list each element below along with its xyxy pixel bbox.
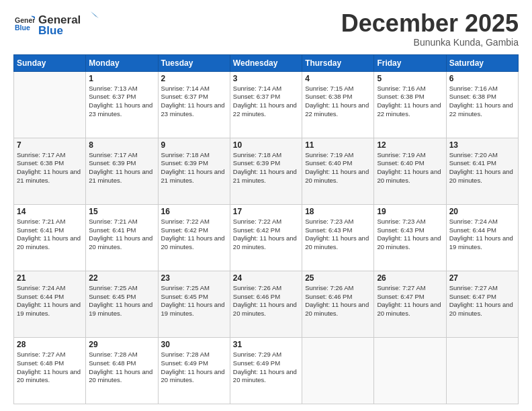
calendar-week-1: 1Sunrise: 7:13 AM Sunset: 6:37 PM Daylig…: [14, 71, 519, 138]
calendar-week-4: 21Sunrise: 7:24 AM Sunset: 6:44 PM Dayli…: [14, 271, 519, 337]
calendar-cell: 8Sunrise: 7:17 AM Sunset: 6:39 PM Daylig…: [86, 138, 158, 204]
day-number: 22: [89, 273, 154, 283]
svg-text:Blue: Blue: [38, 24, 63, 37]
day-number: 9: [161, 140, 227, 150]
calendar-cell: 6Sunrise: 7:16 AM Sunset: 6:38 PM Daylig…: [446, 71, 518, 138]
cell-info: Sunrise: 7:16 AM Sunset: 6:38 PM Dayligh…: [449, 85, 515, 119]
calendar-header-wednesday: Wednesday: [230, 54, 302, 71]
day-number: 21: [17, 273, 83, 283]
cell-info: Sunrise: 7:22 AM Sunset: 6:42 PM Dayligh…: [233, 218, 299, 252]
day-number: 20: [449, 207, 515, 216]
cell-info: Sunrise: 7:21 AM Sunset: 6:41 PM Dayligh…: [89, 218, 154, 252]
subtitle: Bununka Kunda, Gambia: [341, 37, 519, 48]
logo-icon: General Blue: [15, 13, 35, 34]
day-number: 25: [305, 273, 371, 283]
calendar-header-thursday: Thursday: [302, 54, 374, 71]
svg-text:Blue: Blue: [15, 24, 30, 32]
calendar-cell: 16Sunrise: 7:22 AM Sunset: 6:42 PM Dayli…: [158, 204, 230, 271]
day-number: 27: [449, 273, 515, 283]
day-number: 13: [449, 140, 515, 150]
cell-info: Sunrise: 7:14 AM Sunset: 6:37 PM Dayligh…: [161, 85, 227, 119]
cell-info: Sunrise: 7:15 AM Sunset: 6:38 PM Dayligh…: [305, 85, 371, 119]
calendar-cell: 23Sunrise: 7:25 AM Sunset: 6:45 PM Dayli…: [158, 271, 230, 337]
calendar-cell: 27Sunrise: 7:27 AM Sunset: 6:47 PM Dayli…: [446, 271, 518, 337]
cell-info: Sunrise: 7:16 AM Sunset: 6:38 PM Dayligh…: [377, 85, 443, 119]
day-number: 2: [161, 74, 227, 83]
calendar-header-monday: Monday: [86, 54, 158, 71]
calendar-cell: 21Sunrise: 7:24 AM Sunset: 6:44 PM Dayli…: [14, 271, 86, 337]
calendar-cell: 10Sunrise: 7:18 AM Sunset: 6:39 PM Dayli…: [230, 138, 302, 204]
calendar-cell: 26Sunrise: 7:27 AM Sunset: 6:47 PM Dayli…: [374, 271, 446, 337]
cell-info: Sunrise: 7:27 AM Sunset: 6:48 PM Dayligh…: [17, 351, 83, 385]
day-number: 30: [161, 340, 227, 349]
svg-marker-6: [93, 14, 99, 18]
cell-info: Sunrise: 7:23 AM Sunset: 6:43 PM Dayligh…: [377, 218, 443, 252]
calendar-header-tuesday: Tuesday: [158, 54, 230, 71]
cell-info: Sunrise: 7:14 AM Sunset: 6:37 PM Dayligh…: [233, 85, 299, 119]
cell-info: Sunrise: 7:19 AM Sunset: 6:40 PM Dayligh…: [305, 151, 371, 185]
calendar-header-friday: Friday: [374, 54, 446, 71]
calendar-cell: [374, 337, 446, 404]
day-number: 11: [305, 140, 371, 150]
page: General Blue General Blue December 2025 …: [0, 0, 532, 411]
svg-marker-5: [91, 11, 97, 17]
cell-info: Sunrise: 7:24 AM Sunset: 6:44 PM Dayligh…: [449, 218, 515, 252]
calendar-week-5: 28Sunrise: 7:27 AM Sunset: 6:48 PM Dayli…: [14, 337, 519, 404]
cell-info: Sunrise: 7:18 AM Sunset: 6:39 PM Dayligh…: [161, 151, 227, 185]
day-number: 31: [233, 340, 299, 349]
day-number: 29: [89, 340, 154, 349]
calendar-cell: 5Sunrise: 7:16 AM Sunset: 6:38 PM Daylig…: [374, 71, 446, 138]
calendar-cell: 14Sunrise: 7:21 AM Sunset: 6:41 PM Dayli…: [14, 204, 86, 271]
calendar-cell: 15Sunrise: 7:21 AM Sunset: 6:41 PM Dayli…: [86, 204, 158, 271]
calendar-cell: 24Sunrise: 7:26 AM Sunset: 6:46 PM Dayli…: [230, 271, 302, 337]
cell-info: Sunrise: 7:29 AM Sunset: 6:49 PM Dayligh…: [233, 351, 299, 385]
cell-info: Sunrise: 7:28 AM Sunset: 6:48 PM Dayligh…: [89, 351, 154, 385]
day-number: 24: [233, 273, 299, 283]
title-area: December 2025 Bununka Kunda, Gambia: [341, 10, 519, 48]
cell-info: Sunrise: 7:26 AM Sunset: 6:46 PM Dayligh…: [233, 284, 299, 318]
calendar-cell: [302, 337, 374, 404]
cell-info: Sunrise: 7:19 AM Sunset: 6:40 PM Dayligh…: [377, 151, 443, 185]
cell-info: Sunrise: 7:17 AM Sunset: 6:39 PM Dayligh…: [89, 151, 154, 185]
day-number: 12: [377, 140, 443, 150]
day-number: 8: [89, 140, 154, 150]
calendar-cell: 7Sunrise: 7:17 AM Sunset: 6:38 PM Daylig…: [14, 138, 86, 204]
calendar-cell: 3Sunrise: 7:14 AM Sunset: 6:37 PM Daylig…: [230, 71, 302, 138]
calendar-cell: 25Sunrise: 7:26 AM Sunset: 6:46 PM Dayli…: [302, 271, 374, 337]
calendar-cell: 1Sunrise: 7:13 AM Sunset: 6:37 PM Daylig…: [86, 71, 158, 138]
calendar-cell: [14, 71, 86, 138]
month-title: December 2025: [341, 10, 519, 37]
calendar-cell: 2Sunrise: 7:14 AM Sunset: 6:37 PM Daylig…: [158, 71, 230, 138]
cell-info: Sunrise: 7:25 AM Sunset: 6:45 PM Dayligh…: [89, 284, 154, 318]
calendar-header-sunday: Sunday: [14, 54, 86, 71]
cell-info: Sunrise: 7:24 AM Sunset: 6:44 PM Dayligh…: [17, 284, 83, 318]
calendar-cell: 17Sunrise: 7:22 AM Sunset: 6:42 PM Dayli…: [230, 204, 302, 271]
cell-info: Sunrise: 7:26 AM Sunset: 6:46 PM Dayligh…: [305, 284, 371, 318]
cell-info: Sunrise: 7:13 AM Sunset: 6:37 PM Dayligh…: [89, 85, 154, 119]
calendar-cell: 31Sunrise: 7:29 AM Sunset: 6:49 PM Dayli…: [230, 337, 302, 404]
cell-info: Sunrise: 7:27 AM Sunset: 6:47 PM Dayligh…: [449, 284, 515, 318]
calendar-cell: 30Sunrise: 7:28 AM Sunset: 6:49 PM Dayli…: [158, 337, 230, 404]
calendar-cell: 12Sunrise: 7:19 AM Sunset: 6:40 PM Dayli…: [374, 138, 446, 204]
calendar-cell: 13Sunrise: 7:20 AM Sunset: 6:41 PM Dayli…: [446, 138, 518, 204]
day-number: 17: [233, 207, 299, 216]
calendar-cell: [446, 337, 518, 404]
calendar-cell: 28Sunrise: 7:27 AM Sunset: 6:48 PM Dayli…: [14, 337, 86, 404]
cell-info: Sunrise: 7:21 AM Sunset: 6:41 PM Dayligh…: [17, 218, 83, 252]
calendar-cell: 19Sunrise: 7:23 AM Sunset: 6:43 PM Dayli…: [374, 204, 446, 271]
cell-info: Sunrise: 7:28 AM Sunset: 6:49 PM Dayligh…: [161, 351, 227, 385]
header: General Blue General Blue December 2025 …: [13, 10, 519, 48]
day-number: 19: [377, 207, 443, 216]
logo-svg: General Blue: [38, 10, 99, 37]
day-number: 15: [89, 207, 154, 216]
day-number: 14: [17, 207, 83, 216]
day-number: 5: [377, 74, 443, 83]
calendar-table: SundayMondayTuesdayWednesdayThursdayFrid…: [13, 54, 519, 404]
calendar-header-saturday: Saturday: [446, 54, 518, 71]
day-number: 26: [377, 273, 443, 283]
day-number: 4: [305, 74, 371, 83]
logo: General Blue General Blue: [13, 10, 99, 37]
day-number: 6: [449, 74, 515, 83]
day-number: 3: [233, 74, 299, 83]
calendar-header-row: SundayMondayTuesdayWednesdayThursdayFrid…: [14, 54, 519, 71]
